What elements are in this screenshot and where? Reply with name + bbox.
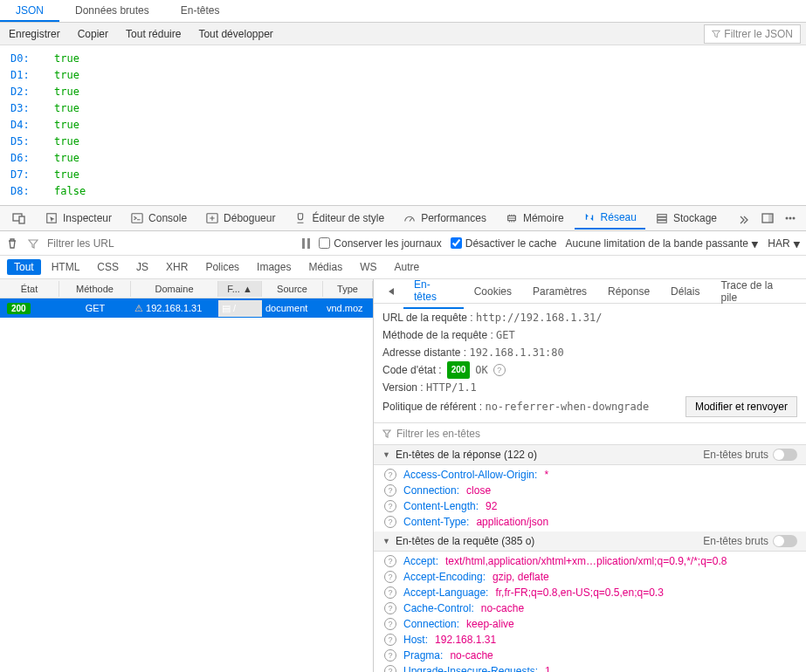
filter-tab-images[interactable]: Images	[250, 259, 298, 275]
response-section-title: En-têtes de la réponse (122 o)	[396, 449, 537, 461]
help-icon[interactable]: ?	[384, 665, 396, 672]
performance-icon	[403, 212, 416, 224]
dock-icon[interactable]	[761, 211, 775, 225]
raw-toggle-response[interactable]: En-têtes bruts	[703, 449, 797, 461]
json-value: true	[54, 67, 79, 84]
help-icon[interactable]: ?	[384, 516, 396, 528]
header-value: 192.168.1.31	[435, 634, 496, 646]
collapse-icon: ▼	[382, 537, 390, 545]
disable-cache-checkbox[interactable]: Désactiver le cache	[451, 237, 557, 250]
filter-tab-html[interactable]: HTML	[45, 259, 87, 275]
help-icon[interactable]: ?	[384, 634, 396, 646]
tab-console[interactable]: Console	[122, 208, 196, 229]
filter-tab-xhr[interactable]: XHR	[159, 259, 195, 275]
tab-headers[interactable]: En-têtes	[165, 0, 236, 22]
status-label: Code d'état :	[382, 361, 442, 379]
json-key: D4:	[10, 117, 37, 134]
type-filter-tabs: ToutHTMLCSSJSXHRPolicesImagesMédiasWSAut…	[0, 256, 806, 279]
col-file[interactable]: F... ▲	[218, 281, 262, 297]
request-list-header: État Méthode Domaine F... ▲ Source Type	[0, 279, 373, 298]
json-key: D6:	[10, 150, 37, 167]
tab-network[interactable]: Réseau	[575, 207, 645, 230]
help-icon[interactable]: ?	[384, 649, 396, 662]
filter-json-input[interactable]: Filtrer le JSON	[704, 24, 801, 44]
col-type[interactable]: Type	[323, 281, 373, 297]
filter-tab-js[interactable]: JS	[129, 259, 155, 275]
filter-tab-autre[interactable]: Autre	[387, 259, 426, 275]
tab-performance[interactable]: Performances	[395, 208, 495, 229]
help-icon[interactable]: ?	[384, 555, 396, 567]
help-icon[interactable]: ?	[384, 571, 396, 583]
header-item: ?Connection keep-alive	[374, 616, 806, 632]
filter-tab-tout[interactable]: Tout	[7, 259, 41, 275]
request-headers-section[interactable]: ▼ En-têtes de la requête (385 o) En-tête…	[374, 531, 806, 552]
svg-point-13	[793, 217, 796, 220]
tab-raw[interactable]: Données brutes	[59, 0, 165, 22]
back-icon[interactable]	[377, 282, 403, 301]
tab-json[interactable]: JSON	[0, 0, 59, 22]
raw-toggle-request[interactable]: En-têtes bruts	[703, 535, 797, 547]
collapse-all-button[interactable]: Tout réduire	[117, 24, 189, 44]
tab-storage[interactable]: Stockage	[647, 208, 726, 229]
pause-icon[interactable]	[302, 238, 310, 249]
col-method[interactable]: Méthode	[59, 281, 131, 297]
dtab-timings[interactable]: Délais	[660, 281, 710, 302]
overflow-icon[interactable]	[727, 208, 757, 229]
tab-inspector[interactable]: Inspecteur	[37, 208, 121, 229]
responsive-mode-icon[interactable]	[3, 207, 35, 230]
referrer-value: no-referrer-when-downgrade	[485, 398, 649, 415]
json-key: D5:	[10, 134, 37, 150]
expand-all-button[interactable]: Tout développer	[189, 24, 281, 44]
help-icon[interactable]: ?	[384, 469, 396, 481]
help-icon[interactable]: ?	[384, 618, 396, 630]
svg-rect-7	[658, 217, 667, 220]
url-filter-input[interactable]	[47, 237, 152, 250]
help-icon[interactable]: ?	[384, 586, 396, 599]
dtab-stack[interactable]: Trace de la pile	[710, 279, 803, 308]
clear-icon[interactable]	[5, 237, 19, 250]
modify-resend-button[interactable]: Modifier et renvoyer	[685, 396, 797, 417]
tab-memory[interactable]: Mémoire	[497, 208, 573, 229]
dtab-headers[interactable]: En-têtes	[403, 279, 464, 309]
help-icon[interactable]: ?	[384, 484, 396, 497]
json-entry: D1:true	[10, 67, 796, 84]
filter-headers-input[interactable]: Filtrer les en-têtes	[374, 422, 806, 445]
storage-icon	[656, 212, 668, 224]
debugger-icon	[206, 212, 218, 224]
header-item: ?Content-Length 92	[374, 498, 806, 514]
tab-debugger[interactable]: Débogueur	[197, 208, 284, 229]
filter-tab-polices[interactable]: Polices	[198, 259, 246, 275]
header-key: Cache-Control	[403, 602, 474, 614]
help-icon[interactable]: ?	[384, 500, 396, 512]
filter-tab-médias[interactable]: Médias	[301, 259, 349, 275]
json-toolbar: Enregistrer Copier Tout réduire Tout dév…	[0, 23, 806, 45]
help-icon[interactable]: ?	[384, 602, 396, 614]
more-icon[interactable]	[783, 211, 797, 225]
help-icon[interactable]: ?	[493, 364, 506, 376]
json-entry: D7:true	[10, 167, 796, 183]
filter-headers-placeholder: Filtrer les en-têtes	[396, 428, 480, 440]
collapse-icon: ▼	[382, 450, 390, 459]
svg-rect-1	[19, 216, 24, 223]
request-row[interactable]: 200 GET ⚠ 192.168.1.31 ▤ / document vnd.…	[0, 298, 373, 318]
remote-value: 192.168.1.31:80	[469, 346, 563, 359]
copy-button[interactable]: Copier	[69, 24, 117, 44]
har-menu[interactable]: HAR ⯆	[768, 237, 801, 250]
header-item: ?Accept text/html,application/xhtml+xm…p…	[374, 553, 806, 569]
save-button[interactable]: Enregistrer	[0, 24, 69, 44]
col-cause[interactable]: Source	[262, 281, 323, 297]
persist-logs-checkbox[interactable]: Conserver les journaux	[319, 237, 441, 250]
response-headers-section[interactable]: ▼ En-têtes de la réponse (122 o) En-tête…	[374, 445, 806, 465]
filter-tab-ws[interactable]: WS	[353, 259, 383, 275]
throttle-select[interactable]: Aucune limitation de la bande passante ⯆	[565, 237, 759, 250]
header-value: no-cache	[481, 602, 524, 614]
col-domain[interactable]: Domaine	[131, 281, 218, 297]
dtab-response[interactable]: Réponse	[597, 281, 660, 302]
tab-style-editor[interactable]: Éditeur de style	[286, 208, 393, 229]
dtab-cookies[interactable]: Cookies	[464, 281, 522, 302]
header-key: Connection	[403, 618, 459, 630]
col-status[interactable]: État	[0, 281, 59, 297]
dtab-params[interactable]: Paramètres	[522, 281, 597, 302]
filter-tab-css[interactable]: CSS	[90, 259, 126, 275]
header-value: application/json	[476, 516, 548, 528]
